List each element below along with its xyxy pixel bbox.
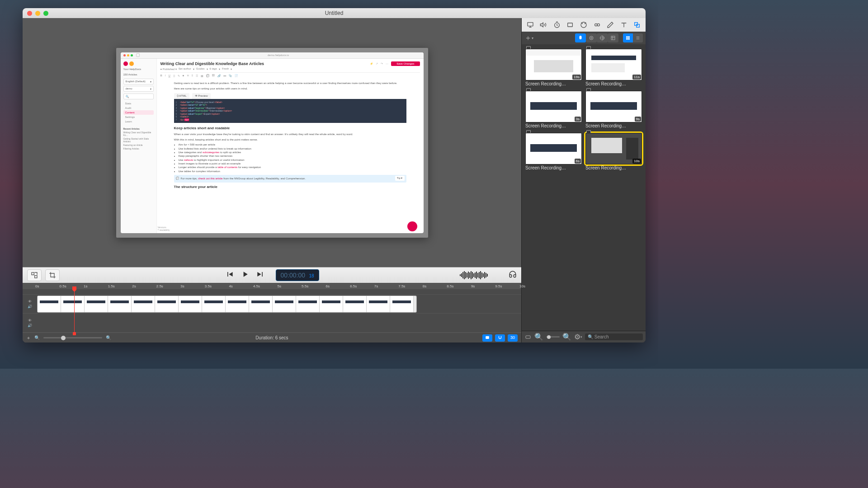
minimize-button[interactable] <box>35 11 40 16</box>
grid-view-button[interactable] <box>623 33 633 42</box>
layers-button[interactable] <box>27 269 42 281</box>
main-area: demo.helpdocs.io Your HelpDocs 150 Artic… <box>23 18 521 343</box>
search-input[interactable]: 🔍 Search <box>585 333 643 340</box>
headphones-icon[interactable] <box>509 270 517 280</box>
audio-tool[interactable] <box>538 20 548 30</box>
keyboard-icon[interactable] <box>524 334 532 340</box>
duration-badge: 6s <box>575 159 581 164</box>
svg-rect-16 <box>628 36 629 38</box>
crop-button[interactable] <box>45 269 60 281</box>
playback-bar: 00:00:00 18 <box>23 267 521 283</box>
media-grid: 19s Screen Recording… 11s Screen Recordi… <box>522 44 646 331</box>
video-track[interactable]: Screen Recording 21/10/2020 <box>37 295 521 314</box>
svg-rect-5 <box>568 23 573 27</box>
timeline: 0s0.5s1s1.5s2s2.5s3s3.5s4s4.5s5s5.5s6s6.… <box>23 283 521 343</box>
tab-transitions[interactable] <box>586 33 597 42</box>
settings-icon[interactable]: ⚙▾ <box>574 333 582 341</box>
tab-library[interactable] <box>608 33 618 42</box>
media-footer: 🔍 🔍 ⚙▾ 🔍 Search <box>522 331 646 343</box>
search-icon[interactable]: 🔍 <box>534 333 543 341</box>
cursor-tool[interactable] <box>579 20 589 30</box>
svg-point-7 <box>594 23 597 26</box>
app-window: Untitled demo.helpdocs.io <box>23 8 646 343</box>
next-button[interactable] <box>255 270 264 281</box>
link-tool[interactable] <box>592 20 602 30</box>
window-title: Untitled <box>325 10 344 16</box>
svg-point-12 <box>591 38 592 39</box>
media-name: Screen Recording… <box>585 123 642 128</box>
text-tool[interactable] <box>619 20 629 30</box>
titlebar[interactable]: Untitled <box>23 8 646 18</box>
media-name: Screen Recording… <box>585 165 642 170</box>
zoom-out-icon[interactable]: 🔍 <box>34 335 40 340</box>
visibility-icon[interactable]: 👁 <box>28 300 32 304</box>
canvas[interactable]: demo.helpdocs.io Your HelpDocs 150 Artic… <box>23 18 521 267</box>
media-name: Screen Recording… <box>525 81 582 86</box>
duration-badge: 19s <box>572 75 581 80</box>
pen-tool[interactable] <box>605 20 615 30</box>
search-icon[interactable]: 🔍 <box>562 333 571 341</box>
svg-point-8 <box>597 23 599 26</box>
annotation-toolbar <box>522 18 646 32</box>
media-name: Screen Recording… <box>525 123 582 128</box>
playhead[interactable] <box>74 289 75 333</box>
audio-icon[interactable]: 🔊 <box>28 305 32 309</box>
svg-rect-1 <box>35 276 37 278</box>
tracks-area[interactable]: Screen Recording 21/10/2020 <box>37 289 521 333</box>
zoom-button[interactable] <box>43 11 48 16</box>
timer-tool[interactable] <box>552 20 562 30</box>
zoom-slider[interactable] <box>43 337 102 338</box>
duplicate-tool[interactable] <box>632 20 642 30</box>
tab-clips[interactable] <box>575 33 586 42</box>
svg-rect-0 <box>32 272 34 275</box>
screen-tool[interactable] <box>525 20 535 30</box>
svg-rect-17 <box>626 38 627 39</box>
svg-rect-3 <box>528 23 533 26</box>
add-track-button[interactable]: ＋ <box>26 335 31 341</box>
thumb-size-slider[interactable] <box>546 336 560 338</box>
timecode: 00:00:00 18 <box>275 269 319 281</box>
media-name: Screen Recording… <box>525 165 582 170</box>
timeline-ruler[interactable]: 0s0.5s1s1.5s2s2.5s3s3.5s4s4.5s5s5.5s6s6.… <box>23 283 521 289</box>
frame-tool[interactable] <box>565 20 575 30</box>
export-icon[interactable] <box>482 334 492 342</box>
prev-button[interactable] <box>225 270 234 281</box>
svg-rect-14 <box>611 36 615 40</box>
media-item[interactable]: 11s Screen Recording… <box>585 49 642 86</box>
sidebar-nav: Stats Audit Content Settings Learn <box>123 101 154 124</box>
timeline-clip[interactable]: Screen Recording 21/10/2020 <box>37 296 417 313</box>
duration-label: Duration: 6 secs <box>255 335 288 340</box>
audio-track[interactable] <box>37 314 521 333</box>
media-item[interactable]: 10s Screen Recording… <box>585 133 642 170</box>
canvas-clip[interactable]: demo.helpdocs.io Your HelpDocs 150 Artic… <box>116 48 428 238</box>
browser-sidebar: Your HelpDocs 150 Articles English (Defa… <box>121 59 157 233</box>
window-body: demo.helpdocs.io Your HelpDocs 150 Artic… <box>23 18 646 343</box>
media-item[interactable]: 6s Screen Recording… <box>525 133 582 170</box>
audio-icon[interactable]: 🔊 <box>28 324 32 328</box>
visibility-icon[interactable]: 👁 <box>28 319 32 323</box>
magnet-icon[interactable] <box>495 334 505 342</box>
add-media-button[interactable]: ＋▾ <box>524 33 533 42</box>
play-button[interactable] <box>240 270 249 281</box>
browser-main: Writing Clear and Digestible Knowledge B… <box>157 59 424 233</box>
media-name: Screen Recording… <box>585 81 642 86</box>
media-thumbnail <box>585 91 642 122</box>
media-item[interactable]: 19s Screen Recording… <box>525 49 582 86</box>
svg-rect-19 <box>526 336 530 338</box>
media-tabs: ＋▾ <box>522 32 646 44</box>
fps-badge[interactable]: 30 <box>508 334 518 342</box>
tab-web[interactable] <box>597 33 608 42</box>
chat-widget-icon <box>407 221 417 231</box>
media-item[interactable]: 3s Screen Recording… <box>525 91 582 128</box>
media-item[interactable]: 9s Screen Recording… <box>585 91 642 128</box>
close-button[interactable] <box>27 11 32 16</box>
zoom-in-icon[interactable]: 🔍 <box>106 335 111 340</box>
audio-meter <box>460 271 505 280</box>
svg-rect-2 <box>486 336 489 339</box>
svg-point-11 <box>590 36 593 40</box>
list-view-button[interactable] <box>633 33 643 42</box>
duration-badge: 11s <box>632 75 641 80</box>
duration-badge: 9s <box>635 117 641 122</box>
recorded-browser: demo.helpdocs.io Your HelpDocs 150 Artic… <box>121 52 424 233</box>
svg-rect-18 <box>628 38 629 39</box>
